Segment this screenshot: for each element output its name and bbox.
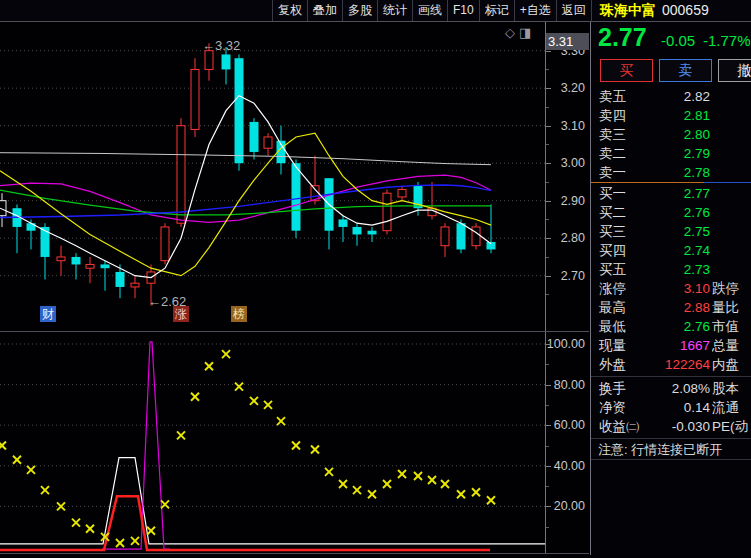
connection-notice: 注意: 行情连接已断开 bbox=[591, 441, 751, 460]
stats-single-column: 换手2.08%股本净资0.14流通收益㈡-0.030PE(动 bbox=[591, 379, 751, 436]
toolbar-item-2[interactable]: 多股 bbox=[343, 0, 378, 21]
stat-row-1-value: 2.88 bbox=[684, 298, 710, 317]
main-candlestick-chart[interactable] bbox=[0, 22, 545, 331]
indicator-tick-80.00: 80.00 bbox=[546, 377, 585, 393]
indicator-tick-60.00: 60.00 bbox=[546, 417, 585, 433]
toolbar-items: 复权叠加多股统计画线F10标记+自选返回 bbox=[272, 0, 592, 21]
chart-bottom-border bbox=[0, 553, 589, 554]
indicator-tick-40.00: 40.00 bbox=[546, 458, 585, 474]
axis-tick bbox=[546, 51, 551, 52]
toolbar-item-0[interactable]: 复权 bbox=[272, 0, 308, 21]
bid-row-2-label: 买三 bbox=[599, 222, 626, 241]
stat-row-2[interactable]: 最低2.76市值 bbox=[591, 317, 751, 336]
stat1-row-0-value: 2.08% bbox=[672, 379, 710, 398]
price-tick-3.00: 3.00 bbox=[546, 155, 585, 171]
toolbar-item-7[interactable]: +自选 bbox=[515, 0, 557, 21]
price-annotation-0: ←3.32 bbox=[202, 38, 240, 53]
stat-row-0[interactable]: 涨停3.10跌停 bbox=[591, 279, 751, 298]
price-tick-3.10: 3.10 bbox=[546, 118, 585, 134]
sell-button[interactable]: 卖 bbox=[659, 59, 712, 82]
price-change: -0.05 bbox=[661, 32, 695, 49]
ask-row-0-value: 2.82 bbox=[684, 87, 710, 106]
last-price: 2.77 bbox=[598, 23, 647, 52]
price-tick-2.70: 2.70 bbox=[546, 268, 585, 284]
axis-tick bbox=[546, 182, 549, 183]
stat1-row-0[interactable]: 换手2.08%股本 bbox=[591, 379, 751, 398]
bid-ask-divider-left bbox=[591, 182, 704, 183]
stock-name: 珠海中富 bbox=[600, 2, 656, 18]
chart-area: ◇◨ 3.31 3.303.203.103.002.902.802.70100.… bbox=[0, 22, 589, 555]
toolbar-item-3[interactable]: 统计 bbox=[378, 0, 413, 21]
price-tick-2.90: 2.90 bbox=[546, 193, 585, 209]
candles-layer bbox=[0, 43, 496, 306]
hot-tag-badge-0[interactable]: 财 bbox=[40, 306, 56, 322]
stat1-row-2-label2: PE(动 bbox=[712, 417, 751, 436]
x-marks-layer bbox=[0, 350, 495, 547]
stat1-row-0-label2: 股本 bbox=[712, 379, 751, 398]
diamond-mark-icon[interactable]: ◇ bbox=[505, 25, 515, 40]
axis-tick bbox=[546, 446, 549, 447]
hot-tag-badge-2[interactable]: 榜 bbox=[231, 306, 247, 322]
buy-button[interactable]: 买 bbox=[600, 59, 653, 82]
ask-row-2[interactable]: 卖三2.80 bbox=[591, 125, 751, 144]
stat-row-1-label: 最高 bbox=[599, 298, 626, 317]
ma-line-MA250 bbox=[0, 153, 491, 165]
stat-row-3-label: 现量 bbox=[599, 336, 626, 355]
bid-row-4[interactable]: 买五2.73 bbox=[591, 260, 751, 279]
hot-tag-badge-1[interactable]: 涨 bbox=[173, 306, 189, 322]
toolbar-item-1[interactable]: 叠加 bbox=[308, 0, 343, 21]
axis-tick bbox=[546, 219, 549, 220]
stat-row-0-label2: 跌停 bbox=[712, 279, 751, 298]
price-tick-2.80: 2.80 bbox=[546, 230, 585, 246]
toolbar-item-6[interactable]: 标记 bbox=[480, 0, 515, 21]
bid-row-2[interactable]: 买三2.75 bbox=[591, 222, 751, 241]
price-tick-3.20: 3.20 bbox=[546, 80, 585, 96]
stat-row-4-label2: 内盘 bbox=[712, 355, 751, 374]
bid-row-4-value: 2.73 bbox=[684, 260, 710, 279]
indicator-line-red-band bbox=[0, 496, 490, 550]
axis-tick bbox=[546, 364, 549, 365]
ask-row-1[interactable]: 卖四2.81 bbox=[591, 106, 751, 125]
quote-panel: 2.77 -0.05 -1.77% 买 卖 撤 卖五2.82卖四2.81卖三2.… bbox=[590, 22, 751, 555]
ask-row-2-label: 卖三 bbox=[599, 125, 626, 144]
toolbar-item-5[interactable]: F10 bbox=[448, 0, 480, 21]
axis-tick bbox=[546, 144, 549, 145]
axis-tick bbox=[546, 69, 549, 70]
ask-row-0[interactable]: 卖五2.82 bbox=[591, 87, 751, 106]
quote-price-row: 2.77 -0.05 -1.77% bbox=[591, 22, 751, 58]
chart-corner-icons: ◇◨ bbox=[505, 25, 535, 40]
stat1-row-1[interactable]: 净资0.14流通 bbox=[591, 398, 751, 417]
separator bbox=[591, 438, 751, 439]
ask-row-4-label: 卖一 bbox=[599, 163, 626, 182]
stat1-row-0-label: 换手 bbox=[599, 379, 626, 398]
axis-tick bbox=[546, 201, 551, 202]
cancel-order-button[interactable]: 撤 bbox=[718, 59, 751, 82]
indicator-sub-chart[interactable] bbox=[0, 332, 545, 553]
ask-row-3-label: 卖二 bbox=[599, 144, 626, 163]
axis-tick bbox=[546, 466, 551, 467]
stat-row-3[interactable]: 现量1667总量 bbox=[591, 336, 751, 355]
ask-row-3[interactable]: 卖二2.79 bbox=[591, 144, 751, 163]
stat1-row-2[interactable]: 收益㈡-0.030PE(动 bbox=[591, 417, 751, 436]
axis-tick bbox=[546, 344, 551, 345]
ask-row-4[interactable]: 卖一2.78 bbox=[591, 163, 751, 182]
price-change-pct: -1.77% bbox=[703, 32, 751, 49]
axis-tick bbox=[546, 126, 551, 127]
bid-row-1-value: 2.76 bbox=[684, 203, 710, 222]
stat-row-1[interactable]: 最高2.88量比 bbox=[591, 298, 751, 317]
ask-row-1-value: 2.81 bbox=[684, 106, 710, 125]
split-window-icon[interactable]: ◨ bbox=[519, 25, 531, 40]
panel-divider[interactable] bbox=[0, 331, 589, 332]
toolbar-item-8[interactable]: 返回 bbox=[557, 0, 592, 21]
bid-row-0-label: 买一 bbox=[599, 184, 626, 203]
bid-row-1[interactable]: 买二2.76 bbox=[591, 203, 751, 222]
bid-row-0[interactable]: 买一2.77 bbox=[591, 184, 751, 203]
axis-tick bbox=[546, 257, 549, 258]
ask-row-3-value: 2.79 bbox=[684, 144, 710, 163]
axis-tick bbox=[546, 385, 551, 386]
toolbar-item-4[interactable]: 画线 bbox=[413, 0, 448, 21]
stat-row-4[interactable]: 外盘122264内盘 bbox=[591, 355, 751, 374]
stat-row-3-label2: 总量 bbox=[712, 336, 751, 355]
ask-levels: 卖五2.82卖四2.81卖三2.80卖二2.79卖一2.78 bbox=[591, 87, 751, 182]
bid-row-3[interactable]: 买四2.74 bbox=[591, 241, 751, 260]
